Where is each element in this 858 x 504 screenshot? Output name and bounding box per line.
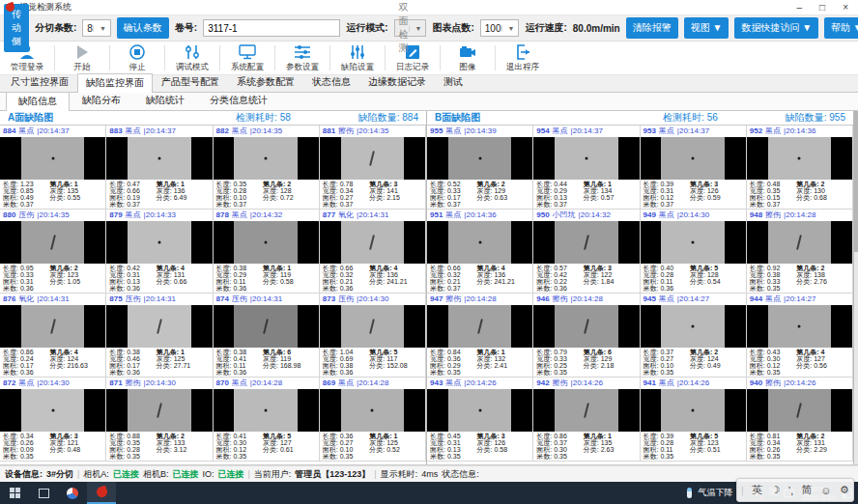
sub-tab-2[interactable]: 缺陷统计	[133, 91, 197, 110]
defect-cell[interactable]: 944 黑点 |20:14:27 长度: 0.43 宽度: 0.30 面积: 0…	[747, 294, 853, 378]
sub-tab-0[interactable]: 缺陷信息	[6, 92, 70, 111]
defect-cell[interactable]: 878 黑点 |20:14:32 长度: 0.38 宽度: 0.29 面积: 0…	[214, 210, 320, 294]
minimize-button[interactable]: –	[797, 2, 803, 13]
sub-tab-3[interactable]: 分类信息统计	[197, 91, 280, 110]
defect-cell[interactable]: 870 黑点 |20:14:28 长度: 0.41 宽度: 0.30 面积: 0…	[214, 378, 320, 462]
main-tab-3[interactable]: 系统参数配置	[228, 72, 303, 92]
defect-cell[interactable]: 883 黑点 |20:14:37 长度: 0.47 宽度: 0.66 面积: 0…	[106, 126, 213, 210]
main-tab-2[interactable]: 产品型号配置	[153, 72, 228, 92]
defect-class: 2.29	[814, 446, 827, 453]
drag-handle-icon[interactable]: |	[741, 486, 743, 495]
defect-meters: 0.36	[127, 285, 140, 292]
browser-app-button[interactable]	[58, 482, 87, 504]
action-button-stop[interactable]: 停止	[112, 42, 162, 75]
defect-cell[interactable]: 876 氧化 |20:14:31 长度: 0.86 宽度: 0.24 面积: 0…	[0, 294, 106, 378]
start-button[interactable]	[0, 482, 29, 504]
ime-toolbar[interactable]: | 英 ☽ ’, 简 ☺ ⚙	[736, 478, 854, 502]
confirm-slit-button[interactable]: 确认条数	[117, 17, 169, 39]
ime-settings-icon[interactable]: ⚙	[840, 484, 849, 496]
chevron-down-icon: ▼	[93, 25, 106, 32]
sub-tab-1[interactable]: 缺陷分布	[70, 91, 133, 110]
defect-area: 0.10	[660, 362, 673, 369]
main-tab-4[interactable]: 状态信息	[303, 72, 359, 92]
task-view-button[interactable]	[29, 482, 58, 504]
defect-cell[interactable]: 945 黑点 |20:14:27 长度: 0.37 宽度: 0.27 面积: 0…	[641, 294, 747, 378]
defect-cell[interactable]: 877 氧化 |20:14:31 长度: 0.66 宽度: 0.32 面积: 0…	[320, 210, 426, 294]
ime-lang-toggle[interactable]: 英	[752, 483, 762, 497]
defect-cell[interactable]: 955 黑点 |20:14:39 长度: 0.52 宽度: 0.33 面积: 0…	[427, 126, 533, 210]
main-tab-6[interactable]: 测试	[435, 72, 472, 92]
defect-cell[interactable]: 943 黑点 |20:14:26 长度: 0.45 宽度: 0.31 面积: 0…	[427, 378, 533, 462]
action-button-journal[interactable]: 日志记录	[387, 42, 438, 75]
ime-emoji-icon[interactable]: ☺	[820, 485, 831, 496]
defect-cell[interactable]: 882 黑点 |20:14:35 长度: 0.35 宽度: 0.28 面积: 0…	[214, 126, 320, 210]
defect-mark	[584, 235, 589, 250]
clear-alarm-button[interactable]: 清除报警	[626, 17, 678, 39]
action-button-play[interactable]: 开始	[57, 42, 107, 75]
panel-b-title: B面缺陷图	[435, 111, 663, 125]
defect-width: 0.26	[20, 439, 34, 446]
defect-cell[interactable]: 954 黑点 |20:14:37 长度: 0.44 宽度: 0.29 面积: 0…	[533, 126, 640, 210]
defect-cell[interactable]: 950 小凹坑 |20:14:32 长度: 0.57 宽度: 0.42 面积: …	[533, 210, 640, 294]
defect-cell[interactable]: 951 黑点 |20:14:36 长度: 0.66 宽度: 0.32 面积: 0…	[427, 210, 533, 294]
defect-cell[interactable]: 872 黑点 |20:14:30 长度: 0.34 宽度: 0.26 面积: 0…	[0, 378, 106, 462]
defect-cell[interactable]: 952 黑点 |20:14:36 长度: 0.48 宽度: 0.35 面积: 0…	[747, 126, 853, 210]
ime-fullhalf-icon[interactable]: ☽	[770, 484, 780, 496]
action-button-sliders-v[interactable]: 缺陷设置	[332, 42, 383, 75]
defect-cell[interactable]: 879 黑点 |20:14:33 长度: 0.42 宽度: 0.31 面积: 0…	[106, 210, 213, 294]
defect-type: 压伤	[232, 294, 247, 304]
defect-strip: 4	[821, 349, 825, 355]
defect-cell[interactable]: 881 擦伤 |20:14:35 长度: 0.78 宽度: 0.34 面积: 0…	[320, 126, 426, 210]
io-status: 已连接	[217, 468, 243, 481]
defect-id: 943	[430, 378, 443, 387]
defect-cell[interactable]: 947 擦伤 |20:14:28 长度: 0.84 宽度: 0.36 面积: 0…	[427, 294, 533, 378]
action-button-exit[interactable]: 退出程序	[498, 42, 548, 75]
defect-cell[interactable]: 948 擦伤 |20:14:28 长度: 0.92 宽度: 0.38 面积: 0…	[747, 210, 853, 294]
defect-cell[interactable]: 869 黑点 |20:14:28 长度: 0.36 宽度: 0.27 面积: 0…	[320, 378, 426, 462]
action-button-tune[interactable]: 调试模式	[167, 42, 217, 75]
defect-cell[interactable]: 874 压伤 |20:14:31 长度: 0.38 宽度: 0.41 面积: 0…	[214, 294, 320, 378]
run-mode-select[interactable]: 双面检测▼	[394, 19, 427, 37]
roll-number-input[interactable]	[203, 19, 340, 37]
action-button-camera[interactable]: 图像	[443, 42, 493, 75]
help-menu-button[interactable]: 帮助 ▼	[824, 17, 858, 39]
defect-meters: 0.36	[340, 369, 354, 376]
action-button-monitor[interactable]: 系统配置	[222, 42, 272, 75]
defect-length: 0.43	[767, 349, 781, 355]
defect-cell[interactable]: 940 擦伤 |20:14:26 长度: 0.81 宽度: 0.34 面积: 0…	[747, 378, 853, 462]
defect-cell[interactable]: 884 黑点 |20:14:37 长度: 1.23 宽度: 0.85 面积: 0…	[0, 126, 106, 210]
quick-access-menu-button[interactable]: 数据快捷访问 ▼	[734, 17, 818, 39]
main-tab-5[interactable]: 边缘数据记录	[359, 72, 435, 92]
defect-cell[interactable]: 875 压伤 |20:14:31 长度: 0.38 宽度: 0.46 面积: 0…	[106, 294, 213, 378]
chart-points-select[interactable]: 100▼	[480, 19, 520, 37]
ime-punct-icon[interactable]: ’,	[788, 485, 794, 496]
defect-cell[interactable]: 942 擦伤 |20:14:26 长度: 0.86 宽度: 0.37 面积: 0…	[533, 378, 640, 462]
panel-a-detect-time: 检测耗时: 58	[236, 111, 291, 125]
defect-meters: 0.35	[447, 369, 461, 376]
defect-cell[interactable]: 880 压伤 |20:14:35 长度: 0.95 宽度: 0.33 面积: 0…	[0, 210, 106, 294]
defect-gray: 128	[280, 187, 292, 194]
defect-gray: 129	[601, 355, 613, 362]
action-button-user[interactable]: 管理登录	[2, 42, 52, 75]
defect-length: 0.39	[660, 433, 673, 439]
close-button[interactable]: ×	[843, 2, 848, 13]
weather-widget[interactable]: 气温下降	[699, 487, 733, 499]
defect-area: 0.12	[233, 446, 246, 453]
defect-cell[interactable]: 946 擦伤 |20:14:28 长度: 0.79 宽度: 0.33 面积: 0…	[533, 294, 640, 378]
defect-cell[interactable]: 873 压伤 |20:14:30 长度: 1.04 宽度: 0.69 面积: 0…	[320, 294, 426, 378]
defect-cell[interactable]: 953 黑点 |20:14:37 长度: 0.39 宽度: 0.31 面积: 0…	[641, 126, 747, 210]
view-menu-button[interactable]: 视图 ▼	[684, 17, 729, 39]
maximize-button[interactable]: □	[819, 2, 825, 13]
slit-count-select[interactable]: 8▼	[82, 19, 111, 37]
defect-cell[interactable]: 871 擦伤 |20:14:30 长度: 0.88 宽度: 0.35 面积: 0…	[106, 378, 213, 462]
defect-time: |20:14:30	[677, 210, 709, 219]
defect-cell[interactable]: 949 黑点 |20:14:30 长度: 0.40 宽度: 0.28 面积: 0…	[641, 210, 747, 294]
vertical-scrollbar[interactable]	[854, 111, 858, 464]
main-tab-0[interactable]: 尺寸监控界面	[2, 72, 77, 92]
main-tab-1[interactable]: 缺陷监控界面	[77, 73, 153, 93]
action-button-sliders-h[interactable]: 参数设置	[277, 42, 328, 75]
defect-area: 0.10	[233, 194, 246, 201]
defect-cell[interactable]: 941 黑点 |20:14:26 长度: 0.39 宽度: 0.28 面积: 0…	[641, 378, 747, 462]
ime-simplified-toggle[interactable]: 简	[802, 483, 813, 497]
inspection-app-button[interactable]	[87, 482, 116, 504]
